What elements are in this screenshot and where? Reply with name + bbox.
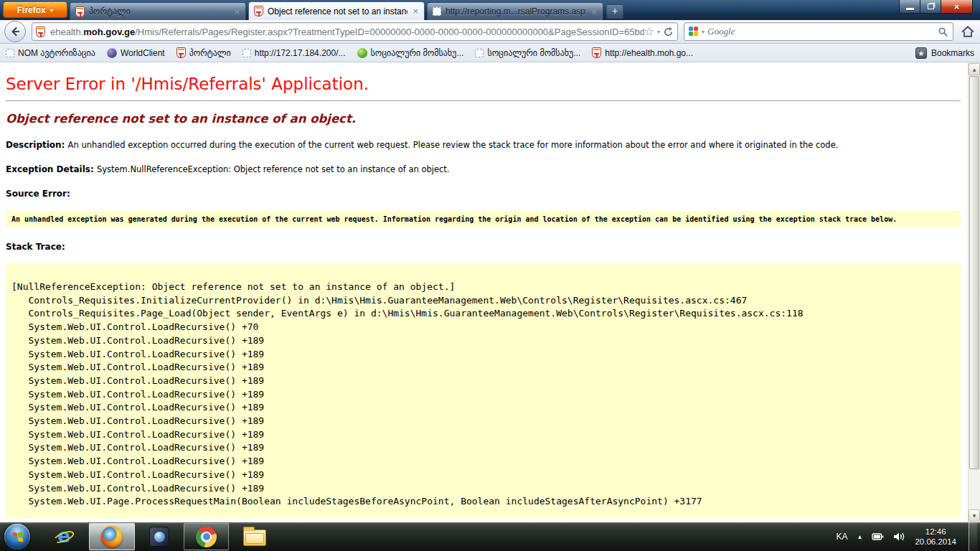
home-button[interactable] — [958, 22, 977, 41]
clock-time: 12:46 — [915, 527, 956, 537]
bookmark-item[interactable]: სოციალური მომსახუ... — [475, 48, 580, 58]
worldclient-globe-icon — [107, 48, 117, 58]
exception-details-label: Exception Details: — [6, 164, 97, 174]
scroll-up-button[interactable]: ▲ — [969, 63, 980, 75]
stack-trace-line: Controls_Requisites.InitializeCurrentPro… — [11, 294, 955, 308]
stack-trace-line: System.Web.UI.Control.LoadRecursive() +1… — [11, 388, 955, 402]
scrollbar[interactable]: ▲ ▼ — [968, 62, 980, 522]
bookmarks-toolbar: NOM ავტორიზაცია WorldClient პორტალი http… — [0, 44, 980, 62]
navigation-toolbar: ehealth.moh.gov.ge/Hmis/Referrals/Pages/… — [0, 20, 980, 44]
internet-explorer-icon: e — [53, 527, 75, 547]
search-icon[interactable] — [938, 27, 948, 37]
default-favicon-icon — [433, 7, 441, 16]
google-logo-icon[interactable] — [689, 27, 699, 37]
hidden-icons-button[interactable]: ▲ — [857, 534, 863, 540]
tab-title: Object reference not set to an instanc..… — [268, 6, 407, 17]
media-player-taskbar-button[interactable] — [138, 523, 181, 550]
url-domain: moh.gov.ge — [83, 27, 135, 37]
source-error-heading: Source Error: — [6, 189, 961, 199]
tab-portal[interactable]: პორტალი × — [70, 2, 246, 20]
close-icon: × — [954, 1, 960, 12]
stack-trace-line: System.Web.UI.Control.LoadRecursive() +1… — [11, 375, 955, 388]
volume-icon[interactable] — [893, 532, 905, 542]
close-button[interactable]: × — [941, 0, 973, 14]
show-desktop-button[interactable] — [969, 522, 977, 551]
stack-trace-line: System.Web.UI.Control.LoadRecursive() +1… — [11, 441, 955, 455]
stack-trace-line: [NullReferenceException: Object referenc… — [11, 281, 955, 294]
stack-trace-line: System.Web.UI.Control.LoadRecursive() +1… — [11, 482, 955, 496]
restore-button[interactable] — [920, 0, 941, 14]
tab-title: პორტალი — [89, 6, 229, 17]
bookmark-item[interactable]: WorldClient — [107, 48, 165, 58]
tab-error-page[interactable]: Object reference not set to an instanc..… — [248, 1, 425, 20]
url-text[interactable]: ehealth.moh.gov.ge/Hmis/Referrals/Pages/… — [50, 27, 644, 37]
bookmarks-menu-button[interactable]: ★ Bookmarks — [915, 47, 974, 59]
tab-close-icon[interactable]: × — [590, 7, 598, 16]
url-bar[interactable]: ehealth.moh.gov.ge/Hmis/Referrals/Pages/… — [32, 22, 678, 41]
tab-reporting[interactable]: http://reporting.m...rsalPrograms.aspx × — [427, 2, 603, 20]
scroll-thumb[interactable] — [969, 76, 979, 469]
stack-trace-line: Controls_Requisites.Page_Load(Object sen… — [11, 307, 955, 321]
bookmark-label: http://ehealth.moh.go... — [605, 48, 693, 58]
home-icon — [961, 25, 974, 38]
windows-logo-icon — [12, 532, 23, 542]
back-button[interactable] — [4, 21, 26, 42]
divider — [6, 100, 961, 101]
search-box[interactable]: ▾ Google — [684, 22, 953, 41]
firefox-app-button[interactable]: Firefox ▾ — [3, 1, 67, 18]
urlbar-dropdown-icon[interactable]: ▾ — [657, 29, 660, 35]
bookmark-star-icon[interactable]: ☆ — [644, 27, 654, 37]
tab-close-icon[interactable]: × — [233, 7, 240, 16]
bookmark-item[interactable]: http://172.17.184.200/... — [242, 48, 346, 58]
explorer-taskbar-button[interactable] — [232, 523, 278, 550]
ie-taskbar-button[interactable]: e — [42, 523, 86, 550]
page-title: Server Error in '/Hmis/Referrals' Applic… — [6, 75, 961, 93]
clock-date: 20.06.2014 — [915, 537, 956, 547]
description-text: An unhandled exception occurred during t… — [68, 140, 839, 150]
scroll-down-button[interactable]: ▼ — [969, 509, 980, 522]
new-tab-button[interactable]: + — [606, 4, 623, 19]
chevron-down-icon: ▾ — [50, 6, 54, 14]
tab-close-icon[interactable]: × — [412, 7, 419, 16]
minimize-button[interactable] — [899, 0, 920, 14]
firefox-icon — [101, 526, 123, 547]
georgia-emblem-icon — [176, 47, 186, 58]
urlbar-action-icons: ☆ ▾ — [644, 27, 674, 37]
start-button[interactable] — [4, 524, 30, 550]
search-engine-dropdown-icon[interactable]: ▾ — [702, 29, 705, 35]
system-tray: KA ▲ 12:46 20.06.2014 — [837, 522, 980, 551]
clock[interactable]: 12:46 20.06.2014 — [915, 527, 959, 547]
stack-trace-line: System.Web.UI.Control.LoadRecursive() +1… — [11, 455, 955, 468]
exception-details-line: Exception Details: System.NullReferenceE… — [6, 164, 961, 174]
bookmark-item[interactable]: http://ehealth.moh.go... — [592, 47, 693, 58]
folder-explorer-icon — [243, 529, 266, 546]
battery-icon[interactable] — [872, 532, 884, 541]
bookmark-label: WorldClient — [121, 48, 165, 58]
site-favicon-icon — [36, 27, 45, 37]
stack-trace-line: System.Web.UI.Control.LoadRecursive() +1… — [11, 334, 955, 348]
bookmark-label: NOM ავტორიზაცია — [18, 48, 95, 58]
bookmark-item[interactable]: სოციალური მომსახუ... — [357, 48, 464, 58]
window-controls: × — [899, 0, 973, 14]
description-line: Description: An unhandled exception occu… — [6, 140, 961, 150]
georgia-emblem-favicon-icon — [75, 6, 85, 17]
chrome-taskbar-button[interactable] — [184, 523, 229, 550]
bookmark-item[interactable]: პორტალი — [176, 47, 231, 58]
default-bookmark-icon — [6, 49, 14, 57]
stack-trace-line: System.Web.UI.Control.LoadRecursive() +7… — [11, 321, 955, 334]
tab-strip: პორტალი × Object reference not set to an… — [70, 1, 623, 20]
reload-icon[interactable] — [663, 27, 674, 37]
firefox-app-button-label: Firefox — [17, 5, 46, 15]
tab-title: http://reporting.m...rsalPrograms.aspx — [446, 6, 586, 17]
search-input[interactable]: Google — [707, 26, 935, 37]
stack-trace-line: System.Web.UI.Control.LoadRecursive() +1… — [11, 468, 955, 482]
exception-details-text: System.NullReferenceException: Object re… — [97, 164, 450, 174]
source-error-box: An unhandled exception was generated dur… — [6, 211, 961, 227]
language-indicator[interactable]: KA — [837, 532, 848, 542]
windows-taskbar: e KA ▲ 12:46 20.06.2014 — [0, 522, 980, 551]
bookmark-item[interactable]: NOM ავტორიზაცია — [6, 48, 95, 58]
window-titlebar: Firefox ▾ პორტალი × Object reference not… — [0, 0, 980, 20]
media-player-icon — [149, 527, 169, 547]
firefox-taskbar-button[interactable] — [89, 523, 135, 550]
chrome-icon — [196, 527, 217, 547]
